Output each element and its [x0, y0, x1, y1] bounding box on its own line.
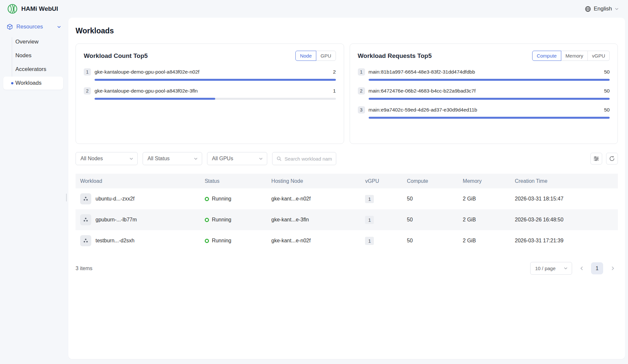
creation-time-cell: 2026-03-31 17:21:39: [512, 230, 618, 251]
sidebar-item-accelerators[interactable]: Accelerators: [3, 63, 63, 76]
sidebar-item-workloads[interactable]: Workloads: [3, 77, 63, 90]
chevron-down-icon: [259, 157, 263, 161]
refresh-button[interactable]: [606, 153, 618, 165]
status-label: Running: [212, 196, 232, 202]
progress-bar: [95, 79, 336, 81]
status-filter-value: All Status: [148, 156, 170, 162]
col-header-creation-time: Creation Time: [512, 174, 618, 188]
rank-name: gke-kantaloupe-demo-gpu-pool-a843f02e-n0…: [95, 69, 200, 75]
chevron-down-icon: [194, 157, 198, 161]
toggle-memory[interactable]: Memory: [561, 51, 588, 61]
column-settings-button[interactable]: [590, 153, 602, 165]
filter-toolbar: All Nodes All Status All GPUs: [76, 152, 618, 165]
workload-cell: gpuburn-...-lb77m: [76, 209, 201, 230]
sidebar-item-nodes[interactable]: Nodes: [3, 49, 63, 62]
workload-requests-title: Workload Requests Top5: [358, 52, 432, 60]
workload-name[interactable]: testburn...-d2sxh: [96, 238, 134, 244]
page-size-select[interactable]: 10 / page: [530, 262, 572, 275]
table-row[interactable]: gpuburn-...-lb77m Running gke-kant...e-3…: [76, 209, 618, 230]
nodes-filter-value: All Nodes: [80, 156, 103, 162]
col-header-hosting-node: Hosting Node: [268, 174, 362, 188]
vgpu-cell: 1: [362, 188, 404, 209]
toggle-gpu[interactable]: GPU: [316, 51, 336, 61]
toggle-vgpu[interactable]: vGPU: [587, 51, 610, 61]
workload-name[interactable]: ubuntu-d...-zxx2f: [96, 196, 134, 202]
workload-search: [272, 152, 336, 165]
search-input[interactable]: [285, 156, 332, 162]
workload-cell: ubuntu-d...-zxx2f: [76, 188, 201, 209]
rank-badge: 1: [358, 68, 365, 76]
workloads-table: Workload Status Hosting Node vGPU Comput…: [76, 174, 618, 251]
workload-requests-card: Workload Requests Top5 Compute Memory vG…: [350, 43, 618, 144]
table-tools: [590, 153, 618, 165]
sidebar-section-label: Resources: [16, 24, 43, 30]
vgpu-badge: 1: [365, 237, 374, 245]
rank-name: main:6472476e-06b2-4683-b4cc-b22a9bad3c7…: [369, 88, 476, 94]
chevron-down-icon: [564, 266, 568, 270]
workload-name[interactable]: gpuburn-...-lb77m: [96, 217, 137, 223]
hosting-node-cell: gke-kant...e-n02f: [268, 188, 362, 209]
requests-rank-row-2: 2 main:6472476e-06b2-4683-b4cc-b22a9bad3…: [358, 87, 610, 100]
hosting-node-cell: gke-kant...e-3fln: [268, 209, 362, 230]
memory-cell: 2 GiB: [460, 230, 512, 251]
count-toggle-group: Node GPU: [295, 51, 336, 61]
sidebar: Resources Overview Nodes Accelerators Wo…: [0, 18, 66, 364]
progress-bar: [95, 98, 336, 100]
nodes-filter-select[interactable]: All Nodes: [76, 152, 138, 165]
language-selector[interactable]: English: [585, 6, 619, 12]
globe-icon: [585, 6, 591, 12]
col-header-compute: Compute: [404, 174, 460, 188]
table-row[interactable]: ubuntu-d...-zxx2f Running gke-kant...e-n…: [76, 188, 618, 209]
table-row[interactable]: testburn...-d2sxh Running gke-kant...e-n…: [76, 230, 618, 251]
status-filter-select[interactable]: All Status: [143, 152, 202, 165]
app-title: HAMi WebUI: [21, 5, 58, 12]
count-rank-row-2: 2 gke-kantaloupe-demo-gpu-pool-a843f02e-…: [84, 87, 336, 100]
rank-value: 50: [600, 69, 610, 75]
main-content: Workloads Workload Count Top5 Node GPU 1…: [68, 18, 625, 359]
memory-cell: 2 GiB: [460, 188, 512, 209]
compute-cell: 50: [404, 230, 460, 251]
search-icon: [276, 156, 282, 161]
vgpu-badge: 1: [365, 195, 374, 203]
column-settings-icon: [593, 156, 599, 162]
progress-bar: [369, 98, 610, 100]
page-1-button[interactable]: 1: [591, 262, 603, 274]
sidebar-resize-handle[interactable]: [66, 194, 67, 201]
rank-badge: 1: [84, 68, 91, 76]
workload-count-title: Workload Count Top5: [84, 52, 148, 60]
requests-rank-row-1: 1 main:81b1a997-6654-48e3-83f2-31dd474df…: [358, 68, 610, 81]
topbar: HAMi WebUI English: [0, 0, 628, 18]
toggle-compute[interactable]: Compute: [532, 51, 561, 61]
memory-cell: 2 GiB: [460, 209, 512, 230]
items-count: 3 items: [76, 266, 93, 271]
gpus-filter-value: All GPUs: [212, 156, 233, 162]
compute-cell: 50: [404, 188, 460, 209]
prev-page-button[interactable]: [576, 263, 587, 274]
col-header-status: Status: [201, 174, 268, 188]
top5-cards: Workload Count Top5 Node GPU 1 gke-kanta…: [76, 43, 618, 144]
running-status-icon: [205, 197, 209, 201]
requests-rank-row-3: 3 main:e9a7402c-59ed-4d26-ad37-e30d9d4ed…: [358, 106, 610, 119]
toggle-node[interactable]: Node: [295, 51, 316, 61]
vgpu-cell: 1: [362, 209, 404, 230]
progress-bar: [369, 79, 610, 81]
page-size-value: 10 / page: [535, 266, 556, 271]
next-page-button[interactable]: [607, 263, 618, 274]
workload-icon: [80, 193, 91, 204]
status-cell: Running: [201, 209, 268, 230]
requests-toggle-group: Compute Memory vGPU: [532, 51, 610, 61]
workload-count-card: Workload Count Top5 Node GPU 1 gke-kanta…: [76, 43, 344, 144]
rank-value: 50: [600, 107, 610, 113]
sidebar-section-resources[interactable]: Resources: [0, 20, 66, 34]
gpus-filter-select[interactable]: All GPUs: [207, 152, 267, 165]
status-label: Running: [212, 217, 232, 223]
progress-bar: [369, 117, 610, 119]
hosting-node-cell: gke-kant...e-n02f: [268, 230, 362, 251]
rank-value: 50: [600, 88, 610, 94]
chevron-left-icon: [579, 266, 584, 271]
sidebar-item-overview[interactable]: Overview: [3, 35, 63, 48]
language-label: English: [594, 6, 612, 12]
vgpu-cell: 1: [362, 230, 404, 251]
col-header-memory: Memory: [460, 174, 512, 188]
creation-time-cell: 2026-03-31 18:15:47: [512, 188, 618, 209]
